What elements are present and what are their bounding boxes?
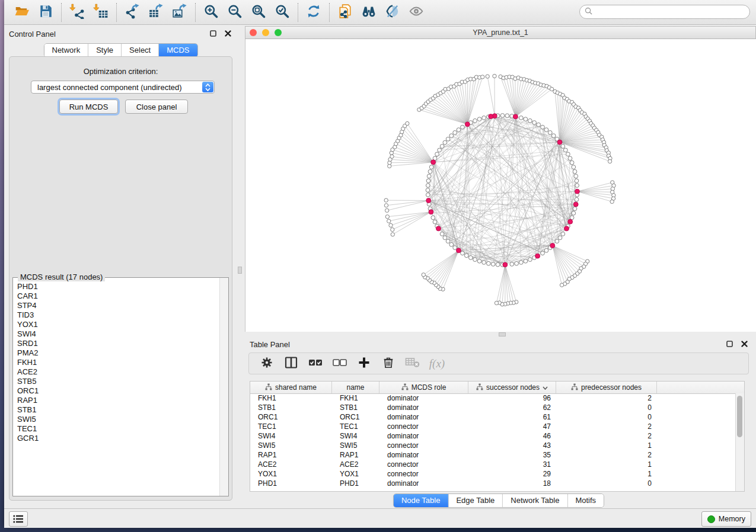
table-row[interactable]: RAP1RAP1dominator352 xyxy=(250,450,736,460)
search-field[interactable] xyxy=(579,5,750,19)
float-panel-icon[interactable] xyxy=(726,339,733,350)
network-and-table-region: YPA_prune.txt_1 Table Panel f(x) shared … xyxy=(241,25,756,508)
gear-button[interactable] xyxy=(259,356,275,371)
cell-shared-name: SWI4 xyxy=(250,432,332,440)
table-row[interactable]: SWI5SWI5connector431 xyxy=(250,441,736,450)
trash-button[interactable] xyxy=(381,356,396,371)
vertical-splitter[interactable] xyxy=(237,25,241,508)
tab-edge-table[interactable]: Edge Table xyxy=(448,494,503,507)
column-header-name[interactable]: name xyxy=(332,382,379,393)
tab-select[interactable]: Select xyxy=(122,44,159,57)
network-graph xyxy=(245,39,756,332)
export-image-button[interactable] xyxy=(170,3,189,22)
table-row[interactable]: TEC1TEC1connector472 xyxy=(250,422,736,431)
mcds-result-item: YOX1 xyxy=(17,320,220,329)
cell-name: PHD1 xyxy=(332,479,379,488)
add-button[interactable] xyxy=(356,356,372,371)
select-stepper-icon xyxy=(202,82,213,92)
refresh-button[interactable] xyxy=(304,3,323,22)
optimization-criterion-select[interactable]: largest connected component (undirected) xyxy=(31,81,215,94)
export-table-button[interactable] xyxy=(146,3,165,22)
table-panel-tabs: Node TableEdge TableNetwork TableMotifs xyxy=(393,493,604,508)
zoom-selected-button[interactable] xyxy=(273,3,292,22)
mcds-result-item: SRD1 xyxy=(17,339,220,348)
cell-successor-nodes: 46 xyxy=(468,432,556,440)
delete-table-button[interactable] xyxy=(405,356,420,371)
tab-style[interactable]: Style xyxy=(88,44,122,57)
deselect-all-button[interactable] xyxy=(332,356,347,371)
cell-shared-name: PHD1 xyxy=(250,479,332,488)
cell-successor-nodes: 35 xyxy=(468,451,556,459)
column-label: MCDS role xyxy=(412,383,446,392)
table-row[interactable]: ORC1ORC1dominator610 xyxy=(250,412,736,422)
select-all-icon xyxy=(308,355,323,373)
automation-menu-button[interactable] xyxy=(9,511,28,527)
cell-name: RAP1 xyxy=(332,451,379,459)
close-panel-icon[interactable] xyxy=(741,339,748,350)
cell-MCDS-role: dominator xyxy=(379,403,468,412)
zoom-out-button[interactable] xyxy=(225,3,244,22)
mcds-result-item: PHD1 xyxy=(17,282,220,291)
close-panel-button[interactable]: Close panel xyxy=(125,100,188,114)
hierarchy-icon xyxy=(476,383,483,392)
horizontal-splitter[interactable] xyxy=(241,332,756,336)
fx-button[interactable]: f(x) xyxy=(429,356,445,371)
cell-predecessor-nodes: 1 xyxy=(556,441,657,450)
zoom-fit-button[interactable] xyxy=(249,3,268,22)
network-window-title: YPA_prune.txt_1 xyxy=(245,28,755,37)
column-header-successor-nodes[interactable]: successor nodes xyxy=(468,382,556,393)
table-row[interactable]: YOX1YOX1connector291 xyxy=(250,469,736,479)
tab-motifs[interactable]: Motifs xyxy=(567,494,604,507)
cell-name: TEC1 xyxy=(332,422,379,431)
column-header-MCDS-role[interactable]: MCDS role xyxy=(379,382,468,393)
cell-MCDS-role: dominator xyxy=(379,432,468,440)
export-network-button[interactable] xyxy=(123,3,142,22)
export-image-icon xyxy=(172,4,187,21)
cell-name: STB1 xyxy=(332,403,379,412)
result-list-scrollbar[interactable] xyxy=(219,278,228,496)
mcds-result-item: TID3 xyxy=(17,310,220,320)
zoom-in-button[interactable] xyxy=(202,3,221,22)
cell-predecessor-nodes: 2 xyxy=(556,432,657,440)
table-scrollbar[interactable] xyxy=(735,393,744,491)
memory-button[interactable]: Memory xyxy=(701,511,751,527)
run-mcds-button[interactable]: Run MCDS xyxy=(59,100,118,114)
sort-desc-icon xyxy=(543,383,548,392)
close-panel-icon[interactable] xyxy=(225,28,231,39)
float-panel-icon[interactable] xyxy=(210,28,216,39)
tab-node-table[interactable]: Node Table xyxy=(394,494,449,507)
select-all-button[interactable] xyxy=(308,356,323,371)
table-row[interactable]: FKH1FKH1dominator962 xyxy=(250,393,736,403)
open-folder-button[interactable] xyxy=(12,3,31,22)
mcds-result-item: GCR1 xyxy=(17,434,220,443)
column-header-shared-name[interactable]: shared name xyxy=(250,382,332,393)
clone-network-button[interactable] xyxy=(336,3,355,22)
tab-mcds[interactable]: MCDS xyxy=(159,44,197,57)
binoculars-button[interactable] xyxy=(359,3,378,22)
scrollbar-thumb[interactable] xyxy=(737,396,742,437)
cell-name: SWI5 xyxy=(332,441,379,450)
columns-button[interactable] xyxy=(283,356,299,371)
delete-table-icon xyxy=(405,356,420,371)
column-header-predecessor-nodes[interactable]: predecessor nodes xyxy=(556,382,657,393)
cell-successor-nodes: 31 xyxy=(468,460,556,469)
cell-predecessor-nodes: 0 xyxy=(556,413,657,421)
network-canvas[interactable] xyxy=(245,39,756,332)
save-button[interactable] xyxy=(36,3,55,22)
tab-network[interactable]: Network xyxy=(44,44,88,57)
tab-network-table[interactable]: Network Table xyxy=(503,494,567,507)
cell-shared-name: SWI5 xyxy=(250,441,332,450)
import-network-button[interactable] xyxy=(68,3,87,22)
cell-MCDS-role: dominator xyxy=(379,413,468,421)
binoculars-icon xyxy=(361,4,377,21)
graphics-details-button[interactable] xyxy=(383,3,402,22)
eye-button[interactable] xyxy=(407,3,426,22)
table-row[interactable]: STB1STB1dominator620 xyxy=(250,403,736,412)
table-row[interactable]: PHD1PHD1dominator180 xyxy=(250,479,736,488)
mcds-result-item: PMA2 xyxy=(17,348,220,358)
table-row[interactable]: ACE2ACE2connector311 xyxy=(250,460,736,469)
table-row[interactable]: SWI4SWI4dominator462 xyxy=(250,431,736,441)
search-input[interactable] xyxy=(595,7,740,17)
zoom-selected-icon xyxy=(275,4,290,21)
import-table-button[interactable] xyxy=(91,3,110,22)
